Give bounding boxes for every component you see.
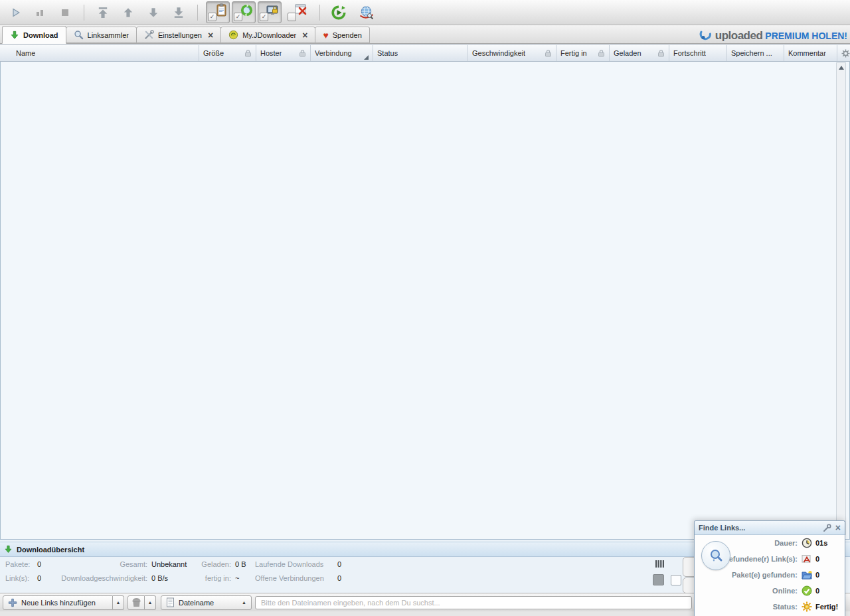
move-down-button[interactable] <box>143 2 164 23</box>
popup-row-status: Status: Fertig! <box>695 599 845 615</box>
move-to-top-button[interactable] <box>92 2 114 23</box>
tab-download[interactable]: Download <box>2 26 66 44</box>
uploaded-brand-text: uploaded <box>715 29 763 42</box>
tab-label: Spenden <box>333 31 362 39</box>
column-header-name[interactable]: Name <box>0 45 199 61</box>
column-header-geschwindigkeit[interactable]: Geschwindigkeit <box>468 45 556 61</box>
checkbox-unchecked-icon[interactable] <box>288 13 296 21</box>
myjdownloader-icon <box>228 30 238 40</box>
heart-icon: ♥ <box>323 31 328 39</box>
overview-title: Downloadübersicht <box>17 546 84 554</box>
found-links-icon <box>801 554 812 564</box>
filter-selected-value: Dateiname <box>179 599 238 607</box>
tab-label: Linksammler <box>88 31 129 39</box>
search-filter-combo[interactable]: Dateiname ▲ <box>161 595 252 610</box>
stat-label: Geladen: <box>199 560 235 568</box>
gear-icon <box>841 49 850 58</box>
web-search-icon <box>359 5 374 20</box>
chevron-up-icon: ▲ <box>148 600 153 605</box>
column-header-geladen[interactable]: Geladen <box>610 45 669 61</box>
stop-downloads-button[interactable] <box>54 2 76 23</box>
main-toolbar: ✓ ✓ ✓ <box>0 0 850 25</box>
bars-icon <box>655 560 665 568</box>
lock-icon <box>657 49 665 57</box>
stat-label: Gesamt: <box>48 560 151 568</box>
stat-value: 0 B <box>235 560 255 568</box>
stat-value: Unbekannt <box>151 560 199 568</box>
tab-spenden[interactable]: ♥ Spenden <box>315 27 369 43</box>
tab-einstellungen[interactable]: Einstellungen × <box>136 27 221 43</box>
tab-label: Einstellungen <box>158 31 202 39</box>
column-header-fortschritt[interactable]: Fortschritt <box>669 45 727 61</box>
stat-label: Offene Verbindungen <box>255 574 337 582</box>
checkbox-checked-icon[interactable]: ✓ <box>208 13 216 21</box>
column-header-verbindung[interactable]: Verbindung <box>311 45 373 61</box>
wrench-icon[interactable] <box>823 524 831 532</box>
speed-graph-toggle[interactable] <box>655 560 665 568</box>
tab-linksammler[interactable]: Linksammler <box>66 27 137 43</box>
lock-icon <box>299 49 306 57</box>
premium-watch-toggle[interactable]: ✓ <box>258 1 282 23</box>
filename-search-input[interactable] <box>255 596 692 609</box>
play-icon <box>11 7 21 18</box>
stat-label: Link(s): <box>5 574 37 582</box>
view-toggle-filled[interactable] <box>653 574 664 585</box>
online-check-icon <box>801 585 812 596</box>
close-icon[interactable]: × <box>302 31 307 39</box>
overview-stats: Pakete: 0 Gesamt: Unbekannt Geladen: 0 B… <box>5 560 351 582</box>
tab-myjdownloader[interactable]: My.JDownloader × <box>220 27 315 43</box>
column-header-groesse[interactable]: Größe <box>199 45 256 61</box>
popup-titlebar: Finde Links... × <box>695 521 845 535</box>
stat-label: Downloadgeschwindigkeit: <box>48 574 151 582</box>
auto-reconnect-toggle[interactable]: ✓ <box>232 1 256 23</box>
web-search-button[interactable] <box>356 2 377 23</box>
column-header-speichern[interactable]: Speichern ... <box>727 45 784 61</box>
close-icon[interactable]: × <box>835 524 841 532</box>
column-header-status[interactable]: Status <box>373 45 468 61</box>
checkbox-checked-icon[interactable]: ✓ <box>234 13 242 21</box>
reconnect-now-icon <box>331 5 346 20</box>
move-up-icon <box>122 7 134 19</box>
move-up-button[interactable] <box>118 2 139 23</box>
column-header-fertig-in[interactable]: Fertig in <box>556 45 610 61</box>
stat-value: 0 <box>37 574 48 582</box>
add-links-dropdown-button[interactable]: ▲ <box>113 595 124 610</box>
tab-label: My.JDownloader <box>242 31 296 39</box>
find-links-popup: Finde Links... × Dauer: 01s Gefundene(r)… <box>694 520 845 616</box>
uploaded-premium-banner[interactable]: uploaded PREMIUM HOLEN! <box>699 29 847 42</box>
file-icon <box>166 597 175 607</box>
clipboard-observer-toggle[interactable]: ✓ <box>206 1 230 23</box>
column-settings-button[interactable] <box>837 45 850 61</box>
uploaded-logo-icon <box>699 29 713 42</box>
empty-square-icon <box>671 575 681 585</box>
stat-value: ~ <box>235 574 255 582</box>
stop-icon <box>60 7 70 18</box>
column-header-kommentar[interactable]: Kommentar <box>784 45 837 61</box>
bin-dropdown-button[interactable]: ▲ <box>145 595 156 610</box>
chevron-up-icon: ▲ <box>242 600 246 605</box>
add-links-button[interactable]: Neue Links hinzufügen <box>3 595 113 610</box>
view-toggle-empty[interactable] <box>671 575 681 585</box>
lock-icon <box>598 49 605 57</box>
close-dialogs-toggle[interactable] <box>286 1 309 23</box>
stat-value: 0 <box>337 574 351 582</box>
download-icon <box>4 545 13 554</box>
checkbox-checked-icon[interactable]: ✓ <box>260 13 268 21</box>
popup-title: Finde Links... <box>699 524 819 532</box>
stat-label: Pakete: <box>5 560 37 568</box>
scroll-up-button[interactable] <box>837 63 845 72</box>
popup-body: Dauer: 01s Gefundene(r) Link(s): 0 Paket… <box>695 535 845 615</box>
tab-bar: Download Linksammler Einstellungen × My.… <box>0 25 850 44</box>
stat-label: fertig in: <box>199 574 235 582</box>
start-downloads-button[interactable] <box>5 2 27 23</box>
reconnect-now-button[interactable] <box>328 2 349 23</box>
column-header-hoster[interactable]: Hoster <box>256 45 311 61</box>
vertical-scrollbar[interactable] <box>836 62 846 535</box>
bin-button[interactable] <box>128 595 145 610</box>
pause-downloads-button[interactable] <box>29 2 50 23</box>
move-down-icon <box>147 7 159 19</box>
clock-icon <box>801 538 812 548</box>
arrow-up-icon <box>839 66 844 70</box>
move-to-bottom-button[interactable] <box>168 2 189 23</box>
close-icon[interactable]: × <box>208 31 213 39</box>
